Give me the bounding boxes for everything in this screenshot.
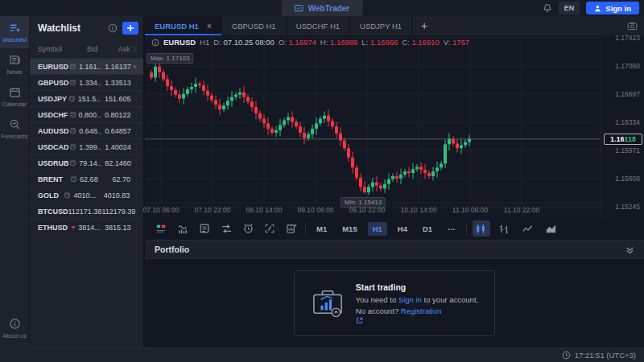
timeframe-more-button[interactable]: ⋯ [443,222,460,236]
chart-tab-gbpusd-h1[interactable]: GBPUSD H1 [222,16,287,35]
chart-tab-usdjpy-h1[interactable]: USDJPY H1 [350,16,412,35]
symbol-name: ETHUSD [38,224,68,232]
indicators-icon[interactable] [175,220,191,237]
ask-price: 1.16137 [101,63,130,71]
screenshot-camera-icon[interactable] [627,21,638,31]
bid-price: 79.14.. [69,159,101,167]
timeframe-d1[interactable]: D1 [418,222,437,236]
time-axis-label: 11.10 06:00 [452,206,488,214]
info-icon [9,318,21,330]
sign-in-link[interactable]: Sign in [398,295,422,304]
chart-settings-icon[interactable] [283,220,299,237]
sidebar-item-forecasts[interactable]: Forecasts [0,113,29,145]
area-chart-type-icon[interactable] [543,220,560,237]
column-ask[interactable]: Ask [97,45,130,53]
notifications-bell-icon[interactable] [543,3,552,13]
column-bid[interactable]: Bid [62,45,97,53]
language-button[interactable]: EN [559,2,580,14]
timeframe-m15[interactable]: M15 [337,222,361,236]
watchlist-row-audusd[interactable]: AUDUSD0.648..0.64857 [30,122,143,138]
bid-price: 4010... [59,191,96,200]
symbol-name: GBPUSD [38,79,69,87]
watchlist-row-usdcad[interactable]: USDCAD1.399..1.40024 [30,138,143,154]
watchlist-row-usdjpy[interactable]: USDJPY151.5..151.605 [30,90,143,106]
registration-link[interactable]: Registration [401,306,442,315]
sidebar-item-watchlist[interactable]: Watchlist [0,16,29,48]
toolbar-separator [305,222,306,235]
ask-price: 82.1460 [101,159,131,167]
webtrader-tab[interactable]: WebTrader [282,0,363,16]
left-sidebar: WatchlistNewsCalendarForecastsAbout us [0,16,29,362]
price-alert-icon [69,143,76,150]
symbol-name: USDCAD [38,143,69,151]
sign-in-button[interactable]: Sign in [586,2,639,14]
app-title: WebTrader [308,4,350,13]
price-axis[interactable]: 1.174231.170601.166971.163341.159711.156… [602,35,644,203]
person-icon [594,5,601,12]
watchlist-panel: Watchlist Symbol Bid Ask ⋮ EURUSD1.161..… [29,16,145,348]
sidebar-item-news[interactable]: News [0,48,29,80]
portfolio-body: Start trading You need to Sign in to you… [145,259,644,348]
drawing-tools-icon[interactable] [262,220,278,237]
chart-tabbar: EURUSD H1×GBPUSD H1USDCHF H1USDJPY H1+ [145,16,644,35]
close-tab-icon[interactable]: × [207,22,212,31]
chart-tab-eurusd-h1[interactable]: EURUSD H1× [145,16,222,35]
arrow-down-icon: ▼ [70,224,76,230]
watchlist-row-btcusd[interactable]: BTCUSD112171.38112179.39 [30,203,143,219]
symbol-name: AUDUSD [38,127,69,135]
column-symbol[interactable]: Symbol [38,45,62,53]
watchlist-row-usdrub[interactable]: USDRUB79.14..82.1460 [30,154,143,171]
forecasts-icon [9,118,21,130]
symbol-name: USDRUB [38,159,69,167]
watchlist-row-ethusd[interactable]: ETHUSD▼3814...3815.13 [30,219,143,235]
add-symbol-button[interactable] [122,22,138,35]
price-alert-icon [69,79,76,86]
remove-symbol-icon[interactable]: × [131,63,138,71]
price-axis-label: 1.15608 [615,175,640,183]
symbol-name: EURUSD [38,63,68,71]
watchlist-row-brent[interactable]: BRENT62.6862.70 [30,171,143,187]
start-trading-title: Start trading [356,282,478,292]
time-axis[interactable]: 07.10 06:0007.10 22:0008.10 14:0009.10 0… [145,203,601,217]
timeframe-m1[interactable]: M1 [312,222,332,236]
registration-line: No account? Registration [356,306,478,324]
bars-chart-type-icon[interactable] [496,220,514,237]
watchlist-title: Watchlist [38,23,103,34]
line-chart-type-icon[interactable] [519,220,537,237]
price-axis-label: 1.16334 [615,118,640,126]
symbol-name: USDJPY [38,95,67,103]
utc-clock-icon [562,351,571,360]
add-chart-tab-button[interactable]: + [412,16,436,35]
candle-colors-icon[interactable] [153,220,169,237]
watchlist-row-eurusd[interactable]: EURUSD1.161..1.16137× [30,58,143,74]
portfolio-header[interactable]: Portfolio [145,240,644,259]
chart-tab-usdchf-h1[interactable]: USDCHF H1 [287,16,350,35]
watchlist-row-gbpusd[interactable]: GBPUSD1.334..1.33513 [30,74,143,90]
events-icon[interactable] [196,220,213,237]
timeframe-h1[interactable]: H1 [368,222,387,236]
timeframe-h4[interactable]: H4 [393,222,412,236]
price-axis-label: 1.17060 [615,62,640,70]
watchlist-info-icon[interactable] [108,23,118,33]
watchlist-menu-icon[interactable]: ⋮ [130,45,138,53]
sidebar-item-about-us[interactable]: About us [0,312,29,344]
sidebar-item-calendar[interactable]: Calendar [0,80,29,113]
symbol-name: BRENT [38,175,63,183]
candles-chart-type-icon[interactable] [473,220,490,237]
symbol-name: BTCUSD [38,208,68,216]
price-alert-icon [68,95,76,102]
watchlist-row-usdchf[interactable]: USDCHF0.800..0.80122 [30,106,143,122]
collapse-chevron-icon[interactable] [625,245,634,254]
ask-price: 112179.39 [101,208,135,216]
calendar-icon [9,86,21,98]
external-link-icon[interactable] [356,317,478,324]
orders-arrows-icon[interactable] [218,220,234,237]
portfolio-title: Portfolio [155,245,625,254]
watchlist-icon [9,22,21,34]
chart-area: EURUSD H1×GBPUSD H1USDCHF H1USDJPY H1+ E… [145,16,644,348]
watchlist-row-gold[interactable]: GOLD4010...4010.83 [30,187,143,203]
news-icon [9,54,21,66]
alerts-icon[interactable] [240,220,256,237]
candlestick-chart[interactable] [145,35,642,217]
bid-price: 62.68 [63,175,98,183]
